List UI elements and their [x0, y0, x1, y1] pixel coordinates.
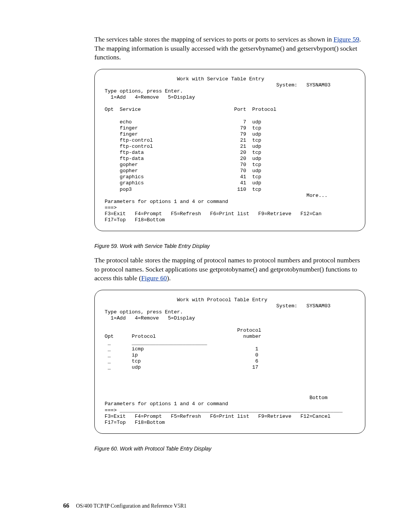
figure60-link[interactable]: Figure 60 — [141, 274, 167, 282]
protocol-table-screen: Work with Protocol Table Entry System: S… — [94, 290, 365, 434]
intro-paragraph: The services table stores the mapping of… — [94, 35, 365, 62]
service-table-screen: Work with Service Table Entry System: SY… — [94, 69, 365, 231]
intro-pre: The services table stores the mapping of… — [94, 35, 333, 43]
middle-post: ). — [167, 274, 171, 282]
middle-paragraph: The protocol table stores the mapping of… — [94, 256, 365, 283]
figure59-caption: Figure 59. Work with Service Table Entry… — [94, 243, 365, 250]
protocol-table-terminal: Work with Protocol Table Entry System: S… — [105, 297, 355, 426]
page-number: 66 — [63, 502, 69, 509]
page-footer: 66 OS/400 TCP/IP Configuration and Refer… — [0, 502, 411, 510]
service-table-terminal: Work with Service Table Entry System: SY… — [105, 76, 355, 223]
footer-title: OS/400 TCP/IP Configuration and Referenc… — [76, 503, 186, 509]
middle-pre: The protocol table stores the mapping of… — [94, 256, 360, 282]
figure59-link[interactable]: Figure 59 — [333, 35, 359, 43]
figure60-caption: Figure 60. Work with Protocol Table Entr… — [94, 445, 365, 452]
